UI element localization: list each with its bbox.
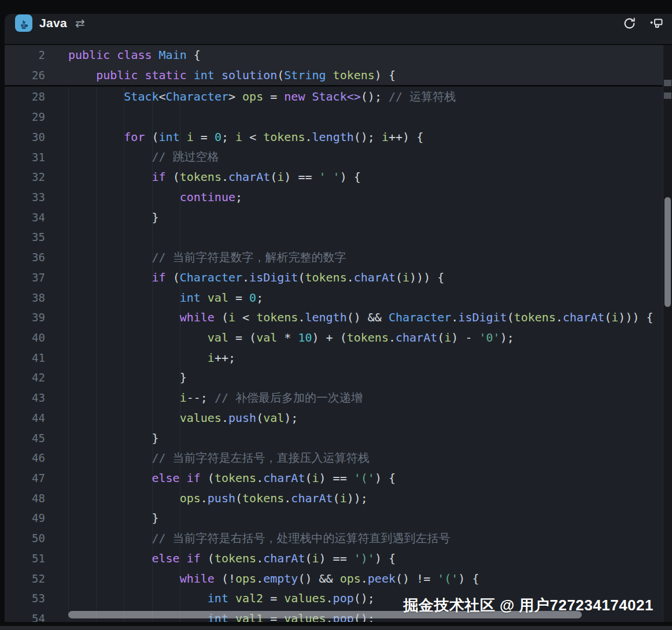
line-number: 32	[5, 171, 45, 183]
line-number: 28	[5, 90, 45, 103]
page-bottom-strip	[0, 626, 672, 630]
code-line-33: 33 continue;	[5, 187, 672, 207]
line-number: 29	[5, 110, 45, 123]
code-text: ops.push(tokens.charAt(i));	[68, 491, 368, 505]
code-line-28: 28 Stack<Character> ops = new Stack<>();…	[5, 87, 672, 107]
line-number: 51	[5, 552, 45, 565]
code-text: continue;	[68, 190, 242, 204]
code-text: val = (val * 10) + (tokens.charAt(i) - '…	[68, 331, 514, 344]
code-line-44: 44 values.push(val);	[5, 408, 672, 428]
line-number: 31	[5, 151, 45, 164]
code-line-38: 38 int val = 0;	[5, 287, 672, 307]
line-number: 38	[5, 291, 45, 304]
line-number: 45	[5, 432, 45, 444]
code-text: }	[68, 511, 159, 525]
code-line-41: 41 i++;	[5, 347, 672, 368]
code-text: Stack<Character> ops = new Stack<>(); //…	[68, 89, 456, 105]
code-text: while (i < tokens.length() && Character.…	[68, 310, 653, 324]
paint-roller-icon	[649, 16, 664, 30]
code-line-37: 37 if (Character.isDigit(tokens.charAt(i…	[5, 267, 672, 287]
code-line-30: 30 for (int i = 0; i < tokens.length(); …	[5, 127, 672, 147]
line-number: 39	[5, 311, 45, 324]
code-text: // 当前字符是右括号，处理栈中的运算符直到遇到左括号	[68, 531, 451, 546]
code-line-32: 32 if (tokens.charAt(i) == ' ') {	[5, 167, 672, 187]
vertical-scrollbar-track	[663, 45, 672, 622]
line-number: 33	[5, 191, 45, 203]
line-number: 50	[5, 532, 45, 544]
code-line-40: 40 val = (val * 10) + (tokens.charAt(i) …	[5, 328, 672, 348]
code-block-header: Java ⇄	[5, 14, 672, 45]
code-text: // 当前字符是左括号，直接压入运算符栈	[68, 450, 370, 466]
code-text: values.push(val);	[68, 411, 298, 425]
code-text: // 跳过空格	[68, 149, 219, 165]
code-line-52: 52 while (!ops.empty() && ops.peek() != …	[5, 568, 672, 588]
line-number: 36	[5, 251, 45, 264]
code-text: }	[68, 431, 159, 445]
code-text: if (tokens.charAt(i) == ' ') {	[68, 170, 361, 184]
code-text: while (!ops.empty() && ops.peek() != '('…	[68, 572, 479, 585]
code-text: public class Main {	[68, 48, 201, 62]
line-number: 54	[5, 612, 45, 622]
line-number: 52	[5, 572, 45, 585]
code-text: i++;	[68, 351, 235, 365]
code-line-45: 45 }	[5, 428, 672, 448]
code-text: }	[68, 210, 159, 224]
code-line-36: 36 // 当前字符是数字，解析完整的数字	[5, 247, 672, 268]
line-number: 2	[5, 49, 45, 61]
code-viewer-page: Java ⇄	[0, 0, 672, 630]
code-line-2: 2public class Main {	[5, 45, 672, 65]
line-number: 42	[5, 371, 45, 384]
line-number: 53	[5, 592, 45, 605]
paint-roller-button[interactable]	[649, 16, 664, 30]
code-text: else if (tokens.charAt(i) == ')') {	[68, 551, 396, 565]
code-text: int val2 = values.pop();	[68, 591, 375, 605]
line-number: 46	[5, 451, 45, 464]
code-line-49: 49 }	[5, 508, 672, 528]
language-title: Java	[39, 16, 67, 30]
line-number: 34	[5, 211, 45, 224]
line-number: 40	[5, 331, 45, 344]
code-line-42: 42 }	[5, 368, 672, 388]
code-text: for (int i = 0; i < tokens.length(); i++…	[68, 130, 423, 144]
line-number: 49	[5, 512, 45, 524]
watermark: 掘金技术社区 @ 用户727234174021	[403, 595, 653, 616]
java-logo-icon	[15, 14, 32, 32]
line-number: 47	[5, 472, 45, 484]
code-text: if (Character.isDigit(tokens.charAt(i)))…	[68, 270, 444, 284]
overview-ruler-mark	[664, 92, 671, 99]
code-line-43: 43 i--; // 补偿最后多加的一次递增	[5, 388, 672, 408]
code-text: }	[68, 370, 187, 384]
overview-ruler-mark	[664, 80, 671, 86]
code-line-48: 48 ops.push(tokens.charAt(i));	[5, 488, 672, 508]
line-number: 35	[5, 231, 45, 243]
line-number: 44	[5, 412, 45, 424]
code-text: i--; // 补偿最后多加的一次递增	[68, 390, 363, 406]
code-line-46: 46 // 当前字符是左括号，直接压入运算符栈	[5, 448, 672, 468]
code-line-35: 35	[5, 227, 672, 247]
code-line-47: 47 else if (tokens.charAt(i) == '(') {	[5, 468, 672, 488]
code-text: // 当前字符是数字，解析完整的数字	[68, 250, 346, 265]
line-number: 43	[5, 391, 45, 404]
code-line-51: 51 else if (tokens.charAt(i) == ')') {	[5, 549, 672, 569]
line-number: 30	[5, 131, 45, 143]
code-line-39: 39 while (i < tokens.length() && Charact…	[5, 307, 672, 328]
code-text: public static int solution(String tokens…	[68, 68, 396, 82]
line-number: 41	[5, 351, 45, 364]
code-line-26: 26 public static int solution(String tok…	[5, 65, 672, 86]
code-line-31: 31 // 跳过空格	[5, 147, 672, 167]
line-number: 48	[5, 492, 45, 505]
code-line-29: 29	[5, 107, 672, 127]
code-line-50: 50 // 当前字符是右括号，处理栈中的运算符直到遇到左括号	[5, 528, 672, 549]
refresh-icon	[623, 17, 636, 30]
code-lines: 28 Stack<Character> ops = new Stack<>();…	[5, 87, 672, 622]
sticky-context-lines: 2public class Main {26 public static int…	[5, 45, 672, 87]
code-text: int val = 0;	[68, 291, 263, 305]
line-number: 26	[5, 69, 45, 81]
code-line-34: 34 }	[5, 207, 672, 227]
swap-language-icon[interactable]: ⇄	[75, 16, 85, 30]
vertical-scrollbar-thumb[interactable]	[664, 197, 671, 307]
line-number: 37	[5, 271, 45, 284]
code-block-card: Java ⇄	[5, 14, 672, 622]
code-text: else if (tokens.charAt(i) == '(') {	[68, 471, 396, 485]
refresh-button[interactable]	[623, 17, 636, 30]
